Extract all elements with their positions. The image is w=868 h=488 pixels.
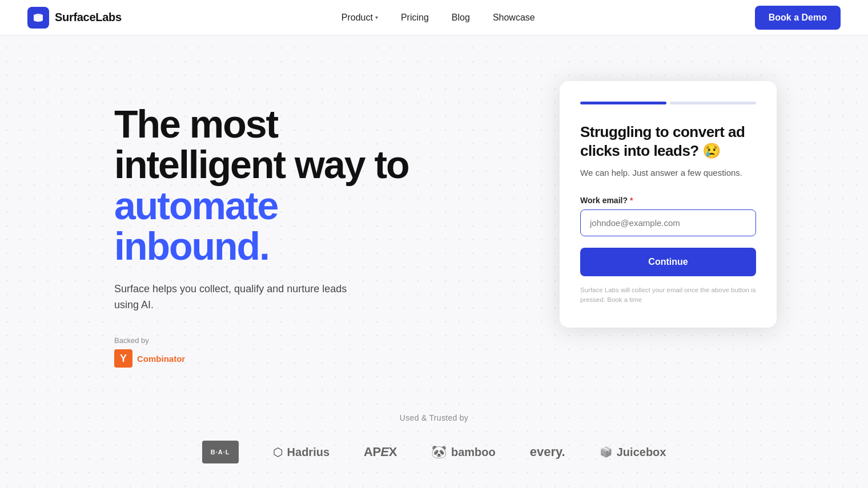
- nav-product[interactable]: Product ▾: [332, 8, 387, 27]
- hero-headline: The most intelligent way to automate inb…: [114, 104, 434, 267]
- backed-label: Backed by: [114, 336, 434, 345]
- backed-by-section: Backed by Y Combinator: [114, 336, 434, 368]
- nav-links: Product ▾ Pricing Blog Showcase: [332, 8, 544, 27]
- email-input[interactable]: [580, 209, 756, 236]
- form-title: Struggling to convert ad clicks into lea…: [580, 123, 756, 160]
- every-text: every.: [530, 445, 565, 459]
- trusted-section: Used & Trusted by B·A·L ⬡ Hadrius APEX 🐼…: [0, 402, 868, 488]
- logo-juicebox: 📦 Juicebox: [600, 446, 666, 459]
- logo-bal: B·A·L: [202, 441, 239, 463]
- book-demo-button[interactable]: Book a Demo: [755, 6, 841, 30]
- yc-icon: Y: [114, 349, 132, 368]
- apex-text: APEX: [364, 445, 397, 459]
- brand-logo[interactable]: SurfaceLabs: [27, 7, 122, 29]
- required-indicator: *: [630, 196, 633, 205]
- form-description: We can help. Just answer a few questions…: [580, 167, 756, 180]
- continue-button[interactable]: Continue: [580, 248, 756, 276]
- hero-headline-accent: automate inbound.: [114, 184, 278, 268]
- ycombinator-logo: Y Combinator: [114, 349, 434, 368]
- hadrius-icon: ⬡: [273, 445, 283, 459]
- bal-badge: B·A·L: [202, 441, 239, 463]
- trusted-logos: B·A·L ⬡ Hadrius APEX 🐼 bamboo every. 📦 J…: [46, 441, 822, 463]
- progress-step-2: [670, 102, 756, 104]
- logo-bamboo: 🐼 bamboo: [431, 445, 496, 459]
- logo-hadrius: ⬡ Hadrius: [273, 445, 329, 459]
- trusted-label: Used & Trusted by: [46, 413, 822, 422]
- chevron-down-icon: ▾: [375, 14, 378, 21]
- nav-blog[interactable]: Blog: [443, 8, 479, 27]
- hadrius-text: Hadrius: [287, 446, 329, 459]
- combinator-text: Combinator: [137, 354, 185, 364]
- bamboo-text: bamboo: [451, 446, 496, 459]
- juicebox-text: Juicebox: [617, 446, 666, 459]
- email-field-group: Work email? *: [580, 196, 756, 248]
- progress-step-1: [580, 102, 666, 104]
- bamboo-icon: 🐼: [431, 445, 447, 459]
- email-label: Work email? *: [580, 196, 756, 205]
- navbar: SurfaceLabs Product ▾ Pricing Blog Showc…: [0, 0, 868, 35]
- nav-showcase[interactable]: Showcase: [484, 8, 544, 27]
- logo-every: every.: [530, 445, 565, 459]
- hero-content: The most intelligent way to automate inb…: [114, 81, 434, 368]
- hero-subtitle: Surface helps you collect, qualify and n…: [114, 281, 365, 314]
- hero-section: The most intelligent way to automate inb…: [0, 35, 868, 402]
- form-title-emoji: 😢: [702, 142, 721, 159]
- juicebox-icon: 📦: [600, 446, 612, 458]
- logo-icon: [27, 7, 49, 29]
- nav-pricing[interactable]: Pricing: [392, 8, 438, 27]
- form-progress: [580, 102, 756, 104]
- lead-form-card: Struggling to convert ad clicks into lea…: [560, 81, 777, 328]
- logo-apex: APEX: [364, 445, 397, 459]
- brand-name: SurfaceLabs: [55, 11, 122, 24]
- form-disclaimer: Surface Labs will collect your email onc…: [580, 285, 756, 305]
